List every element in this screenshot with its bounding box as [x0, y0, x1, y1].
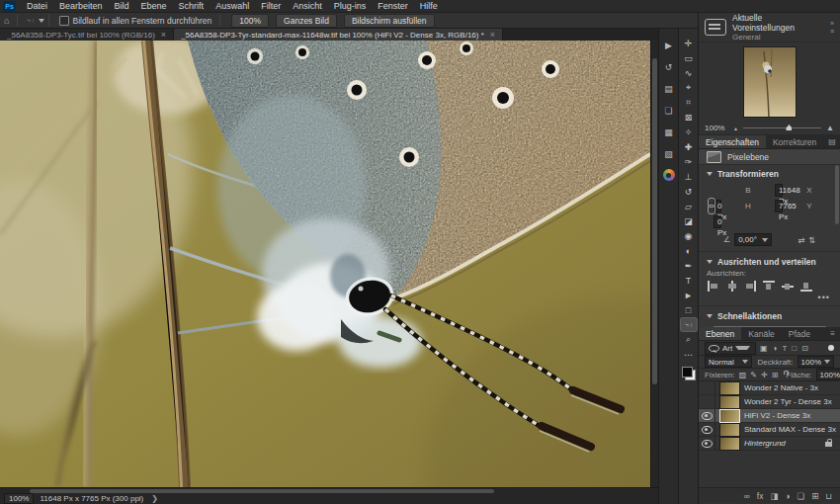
layer-thumbnail[interactable] [720, 410, 739, 422]
menu-item[interactable]: Plug-ins [328, 0, 373, 13]
align-top-icon[interactable] [763, 281, 776, 292]
device-preview-panel-icon[interactable]: ▦ [662, 126, 676, 138]
filter-pixel-layers-icon[interactable]: ▣ [760, 344, 768, 353]
rectangle-tool[interactable]: □ [681, 303, 697, 316]
link-dimensions-icon[interactable] [707, 198, 709, 214]
group-layers-icon[interactable]: ❏ [798, 491, 805, 501]
blur-tool[interactable]: ◉ [681, 229, 697, 242]
layer-mask-icon[interactable]: ◨ [770, 491, 778, 501]
zoom-tool[interactable]: ⌕ [681, 333, 697, 346]
eyedropper-tool[interactable]: ✧ [681, 126, 697, 138]
lasso-tool[interactable]: ∿ [681, 66, 697, 79]
fill-input[interactable]: 100% [816, 369, 840, 380]
brush-tool[interactable]: ✑ [681, 155, 697, 168]
gradient-tool[interactable]: ◪ [681, 214, 697, 227]
properties-panel-menu-icon[interactable]: ▤ [823, 135, 840, 148]
align-right-icon[interactable] [744, 281, 757, 292]
fill-screen-button[interactable]: Bildschirm ausfüllen [344, 14, 435, 28]
menu-item[interactable]: Bild [109, 0, 135, 13]
document-tab[interactable]: _56A8358-DP3-Tyc.tif bei 100% (RGB/16) × [0, 29, 174, 41]
menu-item[interactable]: Ebene [135, 0, 173, 13]
align-more-options[interactable]: ••• [699, 293, 840, 304]
navigator-slider-thumb[interactable] [786, 125, 792, 130]
healing-brush-tool[interactable]: ✚ [681, 140, 697, 153]
panel-tab[interactable]: Kanäle [741, 327, 781, 340]
new-layer-icon[interactable]: ⊞ [811, 491, 818, 501]
layer-row[interactable]: Wonder 2 Tyr - Dense 3x [699, 395, 840, 409]
export-panel-icon[interactable]: ▤ [662, 82, 676, 95]
blend-mode-select[interactable]: Normal [705, 356, 752, 368]
collapse-panels-icon[interactable]: » [830, 21, 834, 27]
visibility-toggle[interactable] [699, 395, 715, 408]
close-tab-icon[interactable]: × [490, 30, 495, 40]
layer-row[interactable]: Standard MAX - Dense 3x [699, 423, 840, 437]
color-wheel-icon[interactable] [663, 169, 675, 181]
layer-thumbnail[interactable] [720, 438, 739, 450]
opacity-input[interactable]: 100% [798, 356, 834, 368]
zoom-100-button[interactable]: 100% [231, 14, 269, 28]
comments-panel-icon[interactable]: ❏ [662, 104, 676, 117]
zoom-out-icon[interactable]: ▲ [733, 126, 738, 131]
menu-item[interactable]: Ansicht [287, 0, 328, 13]
edit-toolbar-icon[interactable]: ⋯ [681, 348, 697, 361]
scroll-all-windows-checkbox[interactable] [59, 16, 69, 26]
menu-item[interactable]: Hilfe [414, 0, 444, 13]
home-icon[interactable]: ⌂ [0, 16, 13, 26]
navigator-zoom-value[interactable]: 100% [705, 124, 728, 132]
transform-section-header[interactable]: Transformieren [699, 165, 840, 181]
visibility-toggle[interactable] [699, 381, 715, 394]
layer-row[interactable]: Wonder 2 Native - 3x [699, 381, 840, 395]
align-left-icon[interactable] [707, 281, 719, 292]
filter-smart-objects-icon[interactable]: ⊡ [801, 344, 808, 353]
panel-tab[interactable]: Eigenschaften [699, 135, 766, 148]
panel-tab[interactable]: Korrekturen [766, 135, 823, 148]
vertical-scrollbar-thumb[interactable] [652, 58, 657, 384]
pen-tool[interactable]: ✒ [681, 259, 697, 272]
layer-filter-kind-select[interactable]: Art [705, 342, 756, 355]
marquee-tool[interactable]: ▭ [681, 51, 697, 64]
lock-pixels-icon[interactable]: ✎ [750, 371, 757, 379]
flip-horizontal-icon[interactable]: ⇄ [798, 235, 804, 245]
navigator-zoom-slider[interactable] [743, 127, 821, 128]
menu-item[interactable]: Fenster [372, 0, 414, 13]
menu-item[interactable]: Schrift [173, 0, 210, 13]
layers-panel-menu-icon[interactable]: ≡ [825, 327, 840, 340]
link-layers-icon[interactable]: ∞ [744, 491, 750, 501]
align-center-horizontal-icon[interactable] [725, 281, 738, 292]
history-brush-tool[interactable]: ↺ [681, 185, 697, 198]
frame-tool[interactable]: ⊠ [681, 111, 697, 124]
hand-tool-options-icon[interactable]: ☜ [22, 16, 38, 26]
object-selection-tool[interactable]: ⌖ [681, 81, 697, 94]
lock-artboard-icon[interactable]: ⊞ [772, 371, 779, 379]
foreground-color-swatch[interactable] [682, 367, 693, 378]
info-panel-icon[interactable]: ▧ [662, 147, 676, 160]
menu-item[interactable]: Auswahl [210, 0, 255, 13]
layer-row[interactable]: Hintergrund [699, 437, 840, 451]
align-middle-vertical-icon[interactable] [782, 281, 795, 292]
transform-value-input[interactable]: 0 Px [714, 215, 721, 228]
path-selection-tool[interactable]: ► [681, 289, 697, 301]
vertical-scrollbar[interactable] [650, 41, 658, 487]
type-tool[interactable]: T [681, 274, 697, 287]
transform-value-input[interactable]: 7765 Px [775, 200, 783, 212]
history-panel-icon[interactable]: ↺ [662, 60, 676, 73]
visibility-toggle[interactable] [699, 409, 715, 422]
navigator-thumbnail[interactable] [744, 47, 796, 117]
panel-tab[interactable]: Ebenen [699, 327, 741, 340]
layer-row[interactable]: HiFi V2 - Dense 3x [699, 409, 840, 423]
align-bottom-icon[interactable] [800, 281, 813, 292]
menu-item[interactable]: Filter [255, 0, 287, 13]
panel-tab[interactable]: Pfade [782, 327, 817, 340]
visibility-toggle[interactable] [699, 423, 715, 436]
layer-effects-icon[interactable]: fx [757, 491, 764, 501]
align-section-header[interactable]: Ausrichten und verteilen [699, 253, 840, 269]
properties-scrollbar-thumb[interactable] [835, 165, 839, 224]
canvas-image[interactable] [0, 41, 650, 487]
close-tab-icon[interactable]: × [161, 30, 166, 40]
crop-tool[interactable]: ⌗ [681, 96, 697, 109]
menu-item[interactable]: Datei [21, 0, 53, 13]
lock-position-icon[interactable]: ✛ [761, 371, 768, 379]
adjustment-layer-icon[interactable]: ◑ [785, 491, 790, 501]
workspace-menu-icon[interactable]: ≡ [830, 29, 834, 35]
fit-screen-button[interactable]: Ganzes Bild [276, 14, 337, 28]
